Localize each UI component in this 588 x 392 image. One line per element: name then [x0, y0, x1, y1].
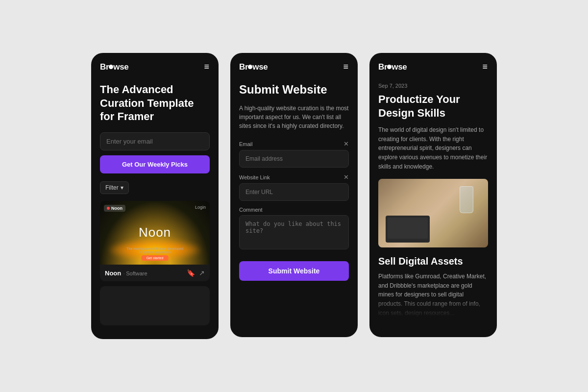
comment-label-row: Comment [239, 207, 349, 213]
phone3-content: Sep 7, 2023 Productize Your Design Skill… [369, 79, 497, 326]
email-form-group: Email ✕ [239, 140, 349, 168]
noon-title: Noon [139, 225, 171, 240]
phone-3: Brwse ≡ Sep 7, 2023 Productize Your Desi… [369, 53, 497, 337]
bookmark-button[interactable]: 🔖 [187, 269, 195, 277]
filter-button[interactable]: Filter ▾ [100, 181, 129, 194]
comment-label: Comment [239, 207, 263, 213]
blog-date: Sep 7, 2023 [378, 83, 488, 89]
email-clear-icon[interactable]: ✕ [343, 140, 349, 147]
card-noon-category: Software [126, 270, 147, 276]
website-label-row: Website Link ✕ [239, 173, 349, 181]
blog-image-visual [378, 179, 488, 247]
logo-dot-3 [387, 65, 392, 69]
website-form-group: Website Link ✕ [239, 173, 349, 201]
chevron-down-icon: ▾ [121, 184, 123, 191]
noon-login: Login [195, 205, 206, 210]
filter-label: Filter [105, 184, 119, 191]
menu-icon-1[interactable]: ≡ [204, 62, 210, 72]
blog-image [378, 179, 488, 247]
brand-logo-2: Brwse [239, 62, 268, 72]
phone-2: Brwse ≡ Submit Website A high-quality we… [230, 53, 358, 337]
card-noon-footer: Noon · Software 🔖 ↗ [100, 265, 210, 281]
brand-logo-3: Brwse [378, 62, 407, 72]
noon-badge-text: Noon [111, 206, 122, 211]
phone-1: Brwse ≡ The Advanced Curation Template f… [91, 53, 219, 339]
phone2-content: Submit Website A high-quality website cu… [230, 79, 358, 290]
submit-description: A high-quality website curation is the m… [239, 104, 349, 130]
glass-icon [460, 186, 473, 213]
email-input[interactable] [100, 132, 210, 150]
phone1-nav: Brwse ≡ [91, 53, 219, 79]
section2-excerpt: Platforms like Gumroad, Creative Market,… [378, 272, 488, 318]
phones-container: Brwse ≡ The Advanced Curation Template f… [72, 33, 516, 359]
card-noon-actions: 🔖 ↗ [187, 269, 205, 277]
logo-dot [109, 65, 113, 69]
phone1-content: The Advanced Curation Template for Frame… [91, 79, 219, 339]
brand-logo-1: Brwse [100, 62, 129, 72]
comment-form-group: Comment [239, 207, 349, 251]
logo-dot-2 [248, 65, 252, 69]
card-info: Noon · Software [105, 269, 147, 277]
menu-icon-3[interactable]: ≡ [482, 62, 488, 72]
noon-badge-dot [107, 207, 110, 210]
noon-subtitle: The most powerful AI ever developedin sy… [126, 247, 183, 254]
phone2-nav: Brwse ≡ [230, 53, 358, 79]
menu-icon-2[interactable]: ≡ [343, 62, 349, 72]
laptop-icon [386, 216, 430, 243]
blog-excerpt: The world of digital design isn't limite… [378, 125, 488, 171]
noon-cta-btn: Get started [142, 255, 169, 261]
section2-title: Sell Digital Assets [378, 255, 488, 267]
card-blurred [100, 286, 210, 325]
card-noon-name: Noon [105, 270, 121, 277]
noon-badge: Noon [104, 205, 125, 212]
blog-title: Productize Your Design Skills [378, 93, 488, 120]
cta-button[interactable]: Get Our Weekly Picks [100, 155, 210, 173]
card-noon-image: Noon Login Noon The most powerful AI eve… [100, 201, 210, 265]
hero-title: The Advanced Curation Template for Frame… [100, 83, 210, 123]
submit-website-button[interactable]: Submit Website [239, 261, 349, 281]
website-label: Website Link [239, 174, 270, 180]
external-link-button[interactable]: ↗ [199, 269, 205, 277]
submit-email-input[interactable] [239, 150, 349, 168]
submit-comment-textarea[interactable] [239, 215, 349, 249]
website-clear-icon[interactable]: ✕ [343, 173, 349, 181]
laptop-screen [388, 218, 428, 239]
submit-title: Submit Website [239, 83, 349, 97]
card-blurred-image [100, 286, 210, 325]
submit-url-input[interactable] [239, 183, 349, 201]
email-label: Email [239, 141, 253, 147]
email-label-row: Email ✕ [239, 140, 349, 147]
phone3-nav: Brwse ≡ [369, 53, 497, 79]
card-noon: Noon Login Noon The most powerful AI eve… [100, 201, 210, 281]
